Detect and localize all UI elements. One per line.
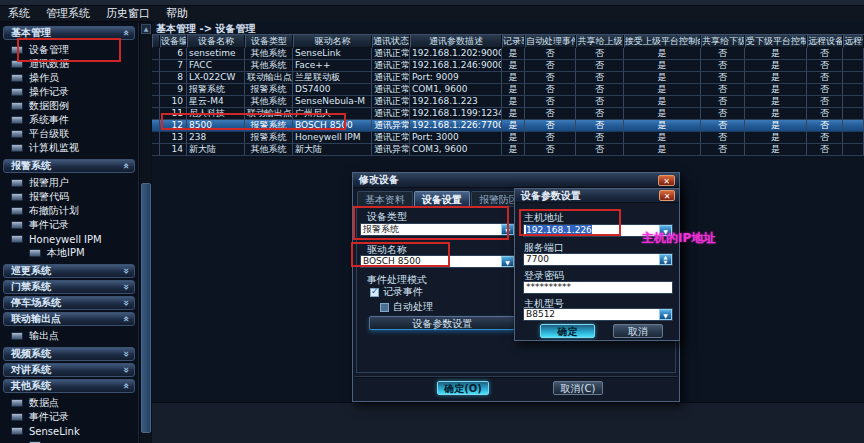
modify-ok-button[interactable]: 确定(O) [437, 381, 489, 395]
table-cell: 12 [160, 120, 187, 132]
table-row[interactable]: 14新大陆其他系统新大陆通讯异常COM3, 9600是否否是否是否 [152, 144, 864, 156]
sidebar-scrollbar[interactable]: ▲ [139, 23, 151, 443]
chevron-down-icon[interactable]: ▼ [501, 224, 514, 235]
spinner-down-icon[interactable]: ▼ [660, 260, 671, 265]
sidebar-item[interactable]: 事件记录 [2, 410, 136, 424]
sidebar-section-8[interactable]: 其他系统« [3, 379, 135, 393]
sidebar-item[interactable]: 布撤防计划 [2, 204, 136, 218]
sidebar-section-0[interactable]: 基本管理« [3, 26, 135, 40]
record-event-checkbox[interactable]: 记录事件 [370, 285, 423, 299]
modify-cancel-button[interactable]: 取消(C) [553, 381, 603, 395]
sidebar-item[interactable] [2, 438, 136, 443]
sidebar-item[interactable]: 系统事件 [2, 113, 136, 127]
host-address-value: 192.168.1.226 [524, 225, 659, 236]
table-row[interactable]: 13238报警系统Honeywell IPM通讯正常Port: 3000是否否是… [152, 132, 864, 144]
modify-dialog-titlebar[interactable]: 修改设备 ✕ [353, 173, 679, 188]
sidebar-item[interactable]: 通讯数据 [2, 57, 136, 71]
table-row[interactable]: 10星云-M4其他系统SenseNebula-M通讯正常192.168.1.22… [152, 96, 864, 108]
collapse-chevron-icon[interactable]: « [121, 163, 131, 169]
sidebar-item[interactable]: 平台级联 [2, 127, 136, 141]
scrollbar-thumb[interactable] [141, 183, 151, 433]
chevron-down-icon[interactable]: ▼ [659, 309, 672, 320]
menu-item-2[interactable]: 历史窗口 [106, 6, 150, 21]
menu-item-3[interactable]: 帮助 [166, 6, 188, 21]
sidebar-section-items: 数据点事件记录SenseLink [2, 395, 136, 443]
column-header-9[interactable]: 共享给上级 [576, 35, 624, 48]
sidebar-item[interactable]: 本地IPM [2, 246, 136, 260]
driver-name-combo[interactable]: BOSCH 8500 ▼ [360, 255, 515, 268]
column-header-1[interactable]: 设备编号 [160, 35, 187, 48]
sidebar-section-4[interactable]: 停车场系统» [3, 296, 135, 310]
column-header-7[interactable]: 记录事件 [502, 35, 525, 48]
tab-0[interactable]: 基本资料 [357, 191, 413, 206]
sidebar-item[interactable]: 报警代码 [2, 190, 136, 204]
close-icon[interactable]: ✕ [659, 190, 675, 201]
column-header-8[interactable]: 自动处理事件 [525, 35, 576, 48]
collapse-chevron-icon[interactable]: » [121, 351, 131, 357]
menu-item-0[interactable]: 系统 [8, 6, 30, 21]
column-header-10[interactable]: 接受上级平台控制命令 [624, 35, 701, 48]
login-password-field[interactable]: ********** [523, 281, 673, 294]
table-row[interactable]: 8LX-022CW联动输出点兰星联动板通讯正常Port: 9009是否否是否是否 [152, 72, 864, 84]
sidebar-item[interactable]: 操作员 [2, 71, 136, 85]
collapse-chevron-icon[interactable]: « [121, 383, 131, 389]
column-header-6[interactable]: 通讯参数描述 [410, 35, 502, 48]
sidebar-item[interactable]: 数据点 [2, 396, 136, 410]
params-dialog-titlebar[interactable]: 设备参数设置 ✕ [515, 189, 679, 203]
column-header-13[interactable]: 远程设备 [807, 35, 843, 48]
sidebar-item[interactable]: 报警用户 [2, 176, 136, 190]
sidebar-section-6[interactable]: 视频系统» [3, 347, 135, 361]
sidebar-item[interactable]: 事件记录 [2, 218, 136, 232]
column-header-14[interactable]: 远程设 [843, 35, 864, 48]
collapse-chevron-icon[interactable]: » [121, 300, 131, 306]
column-header-12[interactable]: 受下级平台控制命 [745, 35, 807, 48]
sidebar-section-1[interactable]: 报警系统« [3, 159, 135, 173]
device-type-label: 设备类型 [367, 210, 407, 224]
table-row[interactable]: 128500报警系统BOSCH 8500通讯异常192.168.1.226:77… [152, 120, 864, 132]
collapse-chevron-icon[interactable]: « [121, 30, 131, 36]
table-cell: 是 [502, 84, 525, 96]
collapse-chevron-icon[interactable]: « [121, 316, 131, 322]
spinner-icon[interactable]: ▲ ▼ [659, 254, 672, 265]
sidebar-section-7[interactable]: 对讲系统» [3, 363, 135, 377]
column-header-3[interactable]: 设备类型 [245, 35, 293, 48]
params-cancel-button[interactable]: 取消 [613, 324, 663, 338]
device-icon [11, 88, 23, 96]
collapse-chevron-icon[interactable]: » [121, 284, 131, 290]
table-cell [843, 132, 864, 144]
sidebar-section-3[interactable]: 门禁系统» [3, 280, 135, 294]
table-row[interactable]: 11尼人科技联动输出点广州尼人通讯正常192.168.1.199:12345是否… [152, 108, 864, 120]
scroll-up-icon[interactable]: ▲ [141, 24, 151, 34]
sidebar-item[interactable]: 计算机监视 [2, 141, 136, 155]
sidebar-section-2[interactable]: 巡更系统» [3, 264, 135, 278]
chevron-down-icon[interactable]: ▼ [501, 256, 514, 267]
menu-item-1[interactable]: 管理系统 [46, 6, 90, 21]
sidebar-item[interactable]: 数据图例 [2, 99, 136, 113]
table-cell: 8 [160, 72, 187, 84]
column-header-2[interactable]: 设备名称 [187, 35, 245, 48]
sidebar-item[interactable]: Honeywell IPM [2, 232, 136, 246]
collapse-chevron-icon[interactable]: » [121, 367, 131, 373]
table-row[interactable]: 6sensetime其他系统SenseLink通讯正常192.168.1.202… [152, 48, 864, 60]
tab-1[interactable]: 设备设置 [414, 191, 470, 206]
select-column-header[interactable] [152, 35, 160, 48]
auto-process-checkbox[interactable]: 自动处理 [380, 300, 433, 314]
device-params-button[interactable]: 设备参数设置 [369, 316, 516, 330]
sidebar-item[interactable]: 设备管理 [2, 43, 136, 57]
service-port-field[interactable]: 7700 ▲ ▼ [523, 253, 673, 266]
column-header-5[interactable]: 通讯状态 [372, 35, 410, 48]
sidebar-section-5[interactable]: 联动输出点« [3, 312, 135, 326]
collapse-chevron-icon[interactable]: » [121, 268, 131, 274]
sidebar-item[interactable]: 输出点 [2, 329, 136, 343]
column-header-4[interactable]: 驱动名称 [293, 35, 372, 48]
close-icon[interactable]: ✕ [658, 175, 675, 186]
table-row[interactable]: 9报警系统报警系统DS7400通讯正常COM1, 9600是否否是否是否 [152, 84, 864, 96]
column-header-11[interactable]: 共享给下级 [701, 35, 745, 48]
sidebar-item[interactable]: 操作记录 [2, 85, 136, 99]
device-type-combo[interactable]: 报警系统 ▼ [360, 223, 515, 236]
table-cell: 否 [576, 48, 624, 60]
params-ok-button[interactable]: 确定 [540, 324, 595, 338]
sidebar-item[interactable]: SenseLink [2, 424, 136, 438]
table-row[interactable]: 7FACC其他系统Face++通讯正常192.168.1.246:9000;是否… [152, 60, 864, 72]
host-model-combo[interactable]: B8512 ▼ [523, 308, 673, 321]
